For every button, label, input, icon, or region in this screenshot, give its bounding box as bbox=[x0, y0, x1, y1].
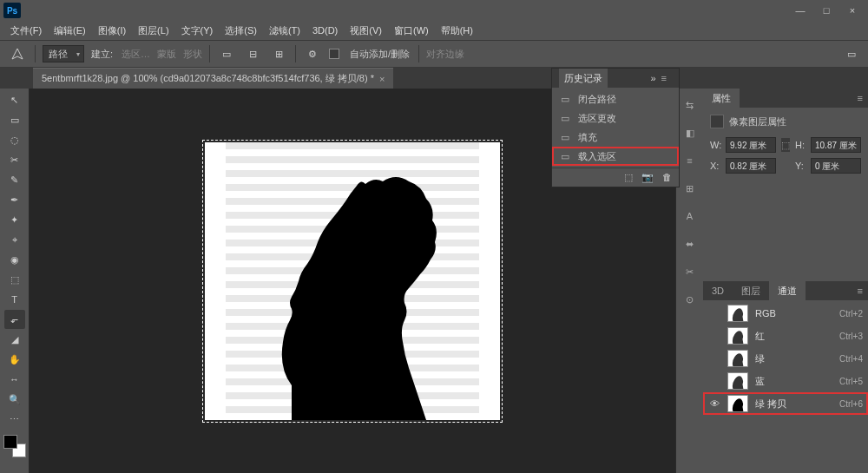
history-menu-icon[interactable]: ≡ bbox=[656, 73, 672, 83]
healing-tool[interactable]: ✦ bbox=[4, 210, 25, 229]
document-tab-bar: 5entbmrft1k28.jpg @ 100% (cd9a012073a8c7… bbox=[0, 68, 868, 89]
maximize-button[interactable]: □ bbox=[814, 3, 838, 18]
channel-red[interactable]: 红 Ctrl+3 bbox=[703, 325, 868, 347]
channels-menu-icon[interactable]: ≡ bbox=[852, 286, 868, 296]
build-selection[interactable]: 选区… bbox=[122, 48, 150, 61]
menu-window[interactable]: 窗口(W) bbox=[389, 23, 434, 39]
options-bar: 路径 建立: 选区… 蒙版 形状 ▭ ⊟ ⊞ ⚙ 自动添加/删除 对齐边缘 ▭ bbox=[0, 40, 868, 68]
tab-3d[interactable]: 3D bbox=[703, 282, 733, 299]
x-input[interactable]: 0.82 厘米 bbox=[726, 158, 776, 174]
channel-shortcut: Ctrl+3 bbox=[839, 332, 863, 341]
width-input[interactable]: 9.92 厘米 bbox=[726, 137, 776, 153]
build-mask[interactable]: 蒙版 bbox=[157, 48, 176, 61]
channel-name: RGB bbox=[755, 308, 832, 319]
color-swatches[interactable] bbox=[3, 435, 26, 457]
menu-image[interactable]: 图像(I) bbox=[93, 23, 131, 39]
move-tool[interactable]: ↖ bbox=[4, 90, 25, 109]
align-icon[interactable]: ⊟ bbox=[243, 44, 262, 63]
zoom-tool[interactable]: 🔍 bbox=[4, 390, 25, 409]
height-input[interactable]: 10.87 厘米 bbox=[811, 137, 861, 153]
menu-layer[interactable]: 图层(L) bbox=[133, 23, 174, 39]
document-tab[interactable]: 5entbmrft1k28.jpg @ 100% (cd9a012073a8c7… bbox=[33, 68, 393, 89]
pen-tool-icon[interactable] bbox=[7, 43, 28, 64]
strip-icon-character[interactable]: A bbox=[681, 207, 700, 226]
minimize-button[interactable]: — bbox=[788, 3, 812, 18]
history-step-icon: ▭ bbox=[559, 150, 571, 162]
crop-tool[interactable]: ✂ bbox=[4, 150, 25, 169]
menu-file[interactable]: 文件(F) bbox=[5, 23, 47, 39]
close-button[interactable]: × bbox=[840, 3, 865, 18]
new-snapshot-icon[interactable]: ⬚ bbox=[624, 172, 633, 183]
panel-menu-icon[interactable]: ≡ bbox=[852, 93, 868, 103]
strip-icon-cc[interactable]: ⊙ bbox=[681, 290, 700, 309]
hand-tool[interactable]: ✋ bbox=[4, 350, 25, 369]
trash-icon[interactable]: 🗑 bbox=[662, 172, 672, 183]
menu-3d[interactable]: 3D(D) bbox=[307, 23, 343, 37]
history-step-icon: ▭ bbox=[559, 93, 571, 105]
channel-green[interactable]: 绿 Ctrl+4 bbox=[703, 347, 868, 370]
clone-tool[interactable]: ⌖ bbox=[4, 230, 25, 249]
history-header: 历史记录 » ≡ bbox=[552, 69, 679, 88]
tab-history[interactable]: 历史记录 bbox=[559, 69, 608, 89]
build-shape[interactable]: 形状 bbox=[183, 48, 202, 61]
gradient-tool[interactable]: ◉ bbox=[4, 250, 25, 269]
visibility-toggle[interactable] bbox=[708, 330, 720, 342]
channel-green-copy[interactable]: 👁 绿 拷贝 Ctrl+6 bbox=[703, 392, 868, 415]
shape-tool[interactable]: ◢ bbox=[4, 330, 25, 349]
eraser-tool[interactable]: ⬚ bbox=[4, 270, 25, 289]
type-tool[interactable]: T bbox=[4, 290, 25, 309]
history-item[interactable]: ▭ 载入选区 bbox=[552, 147, 679, 166]
more-tools[interactable]: ⋯ bbox=[4, 410, 25, 429]
visibility-toggle[interactable] bbox=[708, 352, 720, 365]
height-label: H: bbox=[795, 140, 807, 150]
strip-icon-swatches[interactable]: ≡ bbox=[681, 151, 700, 170]
channels-tabs: 3D 图层 通道 ≡ bbox=[703, 281, 868, 300]
strip-icon-scissors[interactable]: ✂ bbox=[681, 262, 700, 281]
auto-add-checkbox[interactable] bbox=[329, 49, 339, 59]
strip-icon-adjustments[interactable]: ⊞ bbox=[681, 179, 700, 198]
history-item[interactable]: ▭ 闭合路径 bbox=[552, 89, 679, 108]
tab-properties[interactable]: 属性 bbox=[703, 89, 740, 108]
menu-filter[interactable]: 滤镜(T) bbox=[264, 23, 306, 39]
menu-edit[interactable]: 编辑(E) bbox=[49, 23, 91, 39]
options-menu-icon[interactable]: ▭ bbox=[842, 44, 861, 63]
history-item[interactable]: ▭ 选区更改 bbox=[552, 108, 679, 128]
pen-tool[interactable]: ⬐ bbox=[4, 310, 25, 329]
channel-rgb[interactable]: RGB Ctrl+2 bbox=[703, 302, 868, 325]
history-list: ▭ 闭合路径 ▭ 选区更改 ▭ 填充 ▭ 载入选区 bbox=[552, 88, 679, 168]
menu-help[interactable]: 帮助(H) bbox=[436, 23, 478, 39]
menu-view[interactable]: 视图(V) bbox=[345, 23, 387, 39]
channel-thumb bbox=[727, 372, 748, 390]
strip-icon-color[interactable]: ◧ bbox=[681, 123, 700, 142]
channel-blue[interactable]: 蓝 Ctrl+5 bbox=[703, 370, 868, 392]
menu-bar: 文件(F) 编辑(E) 图像(I) 图层(L) 文字(Y) 选择(S) 滤镜(T… bbox=[0, 21, 868, 40]
y-input[interactable]: 0 厘米 bbox=[811, 158, 861, 174]
visibility-toggle[interactable]: 👁 bbox=[708, 397, 720, 410]
history-item[interactable]: ▭ 填充 bbox=[552, 128, 679, 147]
y-label: Y: bbox=[795, 161, 807, 171]
path-op-icon[interactable]: ▭ bbox=[217, 44, 236, 63]
foreground-color[interactable] bbox=[3, 435, 17, 449]
gear-icon[interactable]: ⚙ bbox=[303, 44, 322, 63]
mode-dropdown[interactable]: 路径 bbox=[43, 45, 84, 62]
marquee-tool[interactable]: ▭ bbox=[4, 110, 25, 129]
history-panel: 历史记录 » ≡ ▭ 闭合路径 ▭ 选区更改 ▭ 填充 ▭ 载入选区 ⬚ 📷 🗑 bbox=[551, 68, 680, 187]
rotate-tool[interactable]: ↔ bbox=[4, 370, 25, 389]
strip-icon-paragraph[interactable]: ⬌ bbox=[681, 234, 700, 253]
visibility-toggle[interactable] bbox=[708, 375, 720, 387]
history-step-icon: ▭ bbox=[559, 112, 571, 124]
arrange-icon[interactable]: ⊞ bbox=[269, 44, 288, 63]
tab-layers[interactable]: 图层 bbox=[733, 281, 769, 301]
close-tab-icon[interactable]: × bbox=[379, 74, 385, 84]
lasso-tool[interactable]: ◌ bbox=[4, 130, 25, 149]
camera-icon[interactable]: 📷 bbox=[641, 172, 654, 183]
visibility-toggle[interactable] bbox=[708, 307, 720, 319]
eyedropper-tool[interactable]: ✎ bbox=[4, 170, 25, 189]
menu-type[interactable]: 文字(Y) bbox=[176, 23, 219, 39]
tab-channels[interactable]: 通道 bbox=[769, 281, 806, 301]
document-canvas[interactable] bbox=[205, 142, 500, 420]
menu-select[interactable]: 选择(S) bbox=[220, 23, 262, 39]
strip-icon-swap[interactable]: ⇆ bbox=[681, 95, 700, 115]
brush-tool[interactable]: ✒ bbox=[4, 190, 25, 209]
link-wh-icon[interactable]: ⬚ bbox=[781, 138, 790, 152]
